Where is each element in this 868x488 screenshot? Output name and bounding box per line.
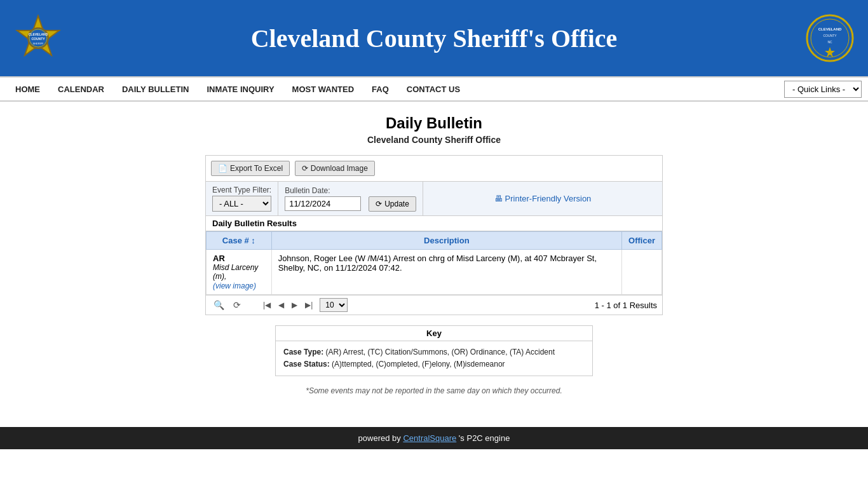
- bulletin-date-label: Bulletin Date:: [285, 186, 416, 195]
- results-count: 1 - 1 of 1 Results: [595, 301, 657, 310]
- pagination-nav: |◀ ◀ ▶ ▶|: [260, 300, 316, 310]
- nav-links: HOME CALENDAR DAILY BULLETIN INMATE INQU…: [6, 78, 784, 100]
- key-section: Key Case Type: (AR) Arrest, (TC) Citatio…: [275, 325, 593, 376]
- nav-item-daily-bulletin[interactable]: DAILY BULLETIN: [113, 78, 198, 100]
- download-icon: ⟳: [302, 164, 308, 173]
- site-header: CLEVELAND COUNTY SHERIFF Cleveland Count…: [0, 0, 868, 76]
- refresh-pag-icon[interactable]: ⟳: [231, 299, 243, 311]
- svg-text:COUNTY: COUNTY: [823, 34, 837, 37]
- nav-item-contact-us[interactable]: CONTACT US: [398, 78, 469, 100]
- navbar: HOME CALENDAR DAILY BULLETIN INMATE INQU…: [0, 76, 868, 102]
- export-excel-button[interactable]: 📄 Export To Excel: [211, 161, 290, 176]
- case-status-key: Case Status: (A)ttempted, (C)ompleted, (…: [283, 358, 585, 370]
- case-type-key: Case Type: (AR) Arrest, (TC) Citation/Su…: [283, 346, 585, 358]
- sheriff-badge-left: CLEVELAND COUNTY SHERIFF: [13, 13, 64, 64]
- case-subtype: Misd Larceny (m),: [213, 263, 265, 281]
- rows-per-page-select[interactable]: 10 25 50: [320, 298, 348, 312]
- key-header: Key: [276, 326, 592, 341]
- excel-icon: 📄: [218, 164, 227, 173]
- svg-text:CLEVELAND: CLEVELAND: [29, 32, 48, 36]
- case-number-cell: AR Misd Larceny (m), (view image): [207, 250, 272, 295]
- footer-link[interactable]: CentralSquare: [403, 433, 456, 443]
- svg-text:NC: NC: [827, 40, 832, 44]
- col-case-number[interactable]: Case # ↕: [207, 232, 272, 250]
- content-box: 📄 Export To Excel ⟳ Download Image Event…: [205, 155, 663, 315]
- nav-item-inmate-inquiry[interactable]: INMATE INQUIRY: [198, 78, 283, 100]
- site-title: Cleveland County Sheriff's Office: [76, 24, 792, 53]
- toolbar: 📄 Export To Excel ⟳ Download Image: [206, 156, 662, 182]
- footer-engine: 's P2C engine: [456, 433, 510, 443]
- page-title: Daily Bulletin: [13, 114, 855, 132]
- officer-cell: [622, 250, 662, 295]
- results-header: Daily Bulletin Results: [206, 216, 662, 231]
- refresh-icon: ⟳: [376, 200, 382, 208]
- bulletin-date-input[interactable]: [285, 196, 361, 211]
- filter-row: Event Type Filter: - ALL - Bulletin Date…: [206, 182, 662, 216]
- main-content: Daily Bulletin Cleveland County Sheriff …: [0, 102, 868, 408]
- svg-text:COUNTY: COUNTY: [31, 37, 45, 41]
- table-row: AR Misd Larceny (m), (view image) Johnso…: [207, 250, 662, 295]
- view-image-link[interactable]: (view image): [213, 281, 256, 290]
- key-body: Case Type: (AR) Arrest, (TC) Citation/Su…: [276, 341, 592, 376]
- printer-icon: 🖶: [494, 194, 503, 203]
- prev-page-button[interactable]: ◀: [275, 300, 287, 310]
- county-badge-right: CLEVELAND COUNTY NC: [804, 13, 855, 64]
- download-image-button[interactable]: ⟳ Download Image: [295, 161, 375, 176]
- nav-item-calendar[interactable]: CALENDAR: [49, 78, 113, 100]
- svg-text:SHERIFF: SHERIFF: [32, 42, 44, 45]
- case-type: AR: [213, 254, 265, 263]
- quick-links-dropdown[interactable]: - Quick Links -: [784, 81, 862, 98]
- update-button[interactable]: ⟳ Update: [369, 196, 416, 212]
- col-description[interactable]: Description: [271, 232, 621, 250]
- disclaimer-note: *Some events may not be reported in the …: [13, 386, 855, 395]
- event-type-select[interactable]: - ALL -: [212, 196, 271, 212]
- last-page-button[interactable]: ▶|: [302, 300, 316, 310]
- footer: powered by CentralSquare 's P2C engine: [0, 427, 868, 449]
- sort-icon: ↕: [251, 236, 255, 245]
- search-icon[interactable]: 🔍: [211, 299, 227, 311]
- first-page-button[interactable]: |◀: [260, 300, 274, 310]
- bulletin-date-filter-cell: Bulletin Date: ⟳ Update: [278, 182, 423, 215]
- event-type-label: Event Type Filter:: [212, 186, 271, 194]
- nav-item-most-wanted[interactable]: MOST WANTED: [283, 78, 363, 100]
- printer-friendly-link[interactable]: 🖶 Printer-Friendly Version: [494, 194, 592, 203]
- event-type-filter-cell: Event Type Filter: - ALL -: [206, 182, 278, 215]
- page-subtitle: Cleveland County Sheriff Office: [13, 135, 855, 145]
- printer-cell: 🖶 Printer-Friendly Version: [423, 182, 662, 215]
- footer-powered-by: powered by: [358, 433, 403, 443]
- description-cell: Johnson, Roger Lee (W /M/41) Arrest on c…: [271, 250, 621, 295]
- next-page-button[interactable]: ▶: [288, 300, 301, 310]
- bulletin-table: Case # ↕ Description Officer AR Misd Lar…: [206, 231, 662, 295]
- pagination-row: 🔍 ⟳ |◀ ◀ ▶ ▶| 10 25 50 1 - 1 of 1 Result…: [206, 295, 662, 315]
- col-officer[interactable]: Officer: [622, 232, 662, 250]
- nav-item-home[interactable]: HOME: [6, 78, 49, 100]
- nav-item-faq[interactable]: FAQ: [363, 78, 398, 100]
- svg-text:CLEVELAND: CLEVELAND: [818, 27, 842, 31]
